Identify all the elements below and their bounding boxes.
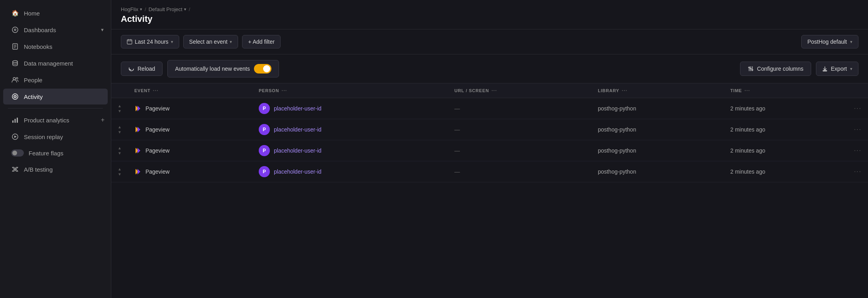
add-filter-button[interactable]: + Add filter	[242, 35, 281, 48]
row-event-name: Pageview	[145, 147, 170, 154]
sidebar-item-session-replay[interactable]: Session replay	[3, 129, 108, 145]
product-analytics-icon	[11, 116, 19, 124]
avatar: P	[259, 145, 270, 156]
svg-rect-17	[127, 40, 132, 44]
sidebar-item-people[interactable]: People	[3, 72, 108, 88]
events-table-container: EVENT ··· PERSON ··· URL / SCREEN	[111, 83, 868, 298]
sidebar-item-product-analytics[interactable]: Product analytics	[3, 112, 98, 128]
row-event: Pageview	[128, 161, 252, 182]
row-expand[interactable]: ▲ ▼	[111, 119, 128, 140]
row-library: posthog-python	[591, 140, 724, 161]
export-button[interactable]: Export ▾	[816, 62, 858, 76]
th-time-dots[interactable]: ···	[744, 87, 750, 94]
row-person-name[interactable]: placeholder-user-id	[274, 105, 322, 112]
breadcrumb-chevron-1: ▾	[140, 7, 142, 12]
row-person: P placeholder-user-id	[252, 140, 448, 161]
svg-marker-30	[138, 106, 140, 111]
expand-down-icon: ▼	[118, 130, 122, 134]
sidebar-item-label: Product analytics	[24, 117, 69, 124]
table-body: ▲ ▼ Pageview P placeholder-user-id — pos…	[111, 98, 868, 182]
th-person-label: PERSON	[259, 88, 279, 93]
sidebar-item-dashboards[interactable]: Dashboards	[3, 22, 97, 38]
events-table: EVENT ··· PERSON ··· URL / SCREEN	[111, 83, 868, 182]
breadcrumb-hogflix[interactable]: HogFlix ▾	[121, 6, 142, 12]
sidebar-item-label: People	[24, 77, 43, 83]
th-library-dots[interactable]: ···	[622, 87, 627, 94]
main-content: HogFlix ▾ / Default Project ▾ / Activity…	[111, 0, 868, 298]
row-person-name[interactable]: placeholder-user-id	[274, 126, 322, 133]
svg-marker-33	[138, 127, 140, 132]
row-more-actions-icon[interactable]: ···	[854, 126, 862, 133]
th-person: PERSON ···	[252, 83, 448, 98]
row-person-name[interactable]: placeholder-user-id	[274, 168, 322, 175]
th-expand	[111, 83, 128, 98]
activity-icon	[11, 93, 19, 101]
row-person: P placeholder-user-id	[252, 161, 448, 182]
sidebar-item-notebooks[interactable]: Notebooks	[3, 39, 108, 54]
reload-button[interactable]: Reload	[121, 62, 163, 76]
th-time-label: TIME	[730, 88, 742, 93]
row-time-value: 2 minutes ago	[730, 168, 765, 175]
th-person-dots[interactable]: ···	[281, 87, 287, 94]
row-expand[interactable]: ▲ ▼	[111, 98, 128, 119]
svg-rect-13	[15, 119, 16, 123]
feature-flags-toggle[interactable]	[11, 149, 24, 157]
toggle-thumb	[263, 65, 270, 72]
table-row[interactable]: ▲ ▼ Pageview P placeholder-user-id — pos…	[111, 140, 868, 161]
sidebar-item-label: Notebooks	[24, 43, 52, 50]
row-person-name[interactable]: placeholder-user-id	[274, 147, 322, 154]
svg-marker-36	[138, 148, 140, 153]
row-url-value: —	[454, 147, 460, 154]
svg-marker-39	[138, 169, 140, 174]
row-actions-cell[interactable]: ···	[848, 140, 868, 161]
row-actions-cell[interactable]: ···	[848, 98, 868, 119]
table-row[interactable]: ▲ ▼ Pageview P placeholder-user-id — pos…	[111, 98, 868, 119]
product-analytics-add-icon[interactable]: +	[98, 115, 108, 125]
time-filter-button[interactable]: Last 24 hours ▾	[121, 35, 179, 48]
row-more-actions-icon[interactable]: ···	[854, 105, 862, 112]
avatar: P	[259, 103, 270, 114]
row-person: P placeholder-user-id	[252, 119, 448, 140]
th-event-dots[interactable]: ···	[153, 87, 159, 94]
row-expand[interactable]: ▲ ▼	[111, 140, 128, 161]
add-filter-label: + Add filter	[248, 39, 275, 45]
event-filter-label: Select an event	[189, 39, 228, 45]
posthog-default-button[interactable]: PostHog default ▾	[801, 35, 858, 48]
dashboards-expand-icon[interactable]: ▼	[97, 26, 108, 34]
th-time: TIME ···	[724, 83, 848, 98]
row-more-actions-icon[interactable]: ···	[854, 168, 862, 175]
row-expand[interactable]: ▲ ▼	[111, 161, 128, 182]
breadcrumb-chevron-2: ▾	[184, 7, 186, 12]
row-url: —	[448, 119, 591, 140]
expand-down-icon: ▼	[118, 109, 122, 113]
table-row[interactable]: ▲ ▼ Pageview P placeholder-user-id — pos…	[111, 119, 868, 140]
sidebar-item-data-management[interactable]: Data management	[3, 55, 108, 71]
row-more-actions-icon[interactable]: ···	[854, 147, 862, 154]
row-event-name: Pageview	[145, 105, 170, 112]
th-url-screen: URL / SCREEN ···	[448, 83, 591, 98]
export-icon	[822, 66, 828, 72]
row-actions-cell[interactable]: ···	[848, 119, 868, 140]
page-header: HogFlix ▾ / Default Project ▾ / Activity	[111, 0, 868, 29]
reload-label: Reload	[138, 66, 155, 72]
event-filter-button[interactable]: Select an event ▾	[183, 35, 238, 48]
row-url-value: —	[454, 126, 460, 133]
posthog-default-label: PostHog default	[807, 39, 847, 45]
auto-load-toggle[interactable]	[254, 64, 271, 74]
table-row[interactable]: ▲ ▼ Pageview P placeholder-user-id — pos…	[111, 161, 868, 182]
th-url-dots[interactable]: ···	[491, 87, 497, 94]
sidebar-item-activity[interactable]: Activity	[3, 89, 108, 104]
sidebar-item-label: Data management	[24, 60, 73, 67]
sidebar-item-home[interactable]: 🏠 Home	[3, 5, 108, 21]
configure-columns-button[interactable]: Configure columns	[740, 62, 811, 76]
sidebar-item-ab-testing[interactable]: A/B testing	[3, 161, 108, 177]
table-header: EVENT ··· PERSON ··· URL / SCREEN	[111, 83, 868, 98]
row-time-value: 2 minutes ago	[730, 126, 765, 133]
expand-down-icon: ▼	[118, 151, 122, 155]
row-actions-cell[interactable]: ···	[848, 161, 868, 182]
breadcrumb-project[interactable]: Default Project ▾	[149, 6, 186, 12]
export-chevron: ▾	[850, 66, 852, 72]
export-label: Export	[831, 66, 847, 72]
th-event-label: EVENT	[134, 88, 151, 93]
svg-rect-27	[823, 70, 827, 72]
